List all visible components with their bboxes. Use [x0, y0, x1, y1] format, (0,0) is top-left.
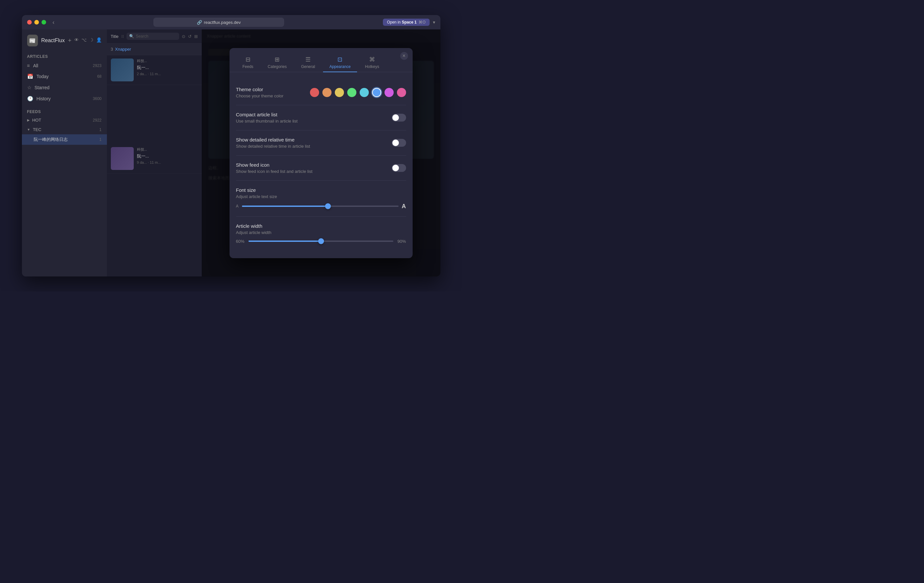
article-card-1[interactable]: 科技... 阮一... 2 da... · 11 m...: [107, 55, 202, 85]
sidebar-item-starred[interactable]: ☆ Starred: [22, 82, 107, 93]
feeds-tab-icon: ⊟: [246, 56, 251, 63]
star-icon: ☆: [27, 85, 31, 91]
articles-section-label: Articles: [22, 52, 107, 60]
feed-icon-desc: Show feed icon in feed list and article …: [236, 169, 313, 174]
expand-icon: ▶: [27, 118, 30, 122]
tab-label[interactable]: Xnapper: [115, 47, 131, 52]
sidebar-item-all[interactable]: ≡ All 2923: [22, 60, 107, 71]
feed-icon-section: Show feed icon Show feed icon in feed li…: [236, 156, 406, 181]
feed-child-ruanyifeng[interactable]: 阮一峰的网络日志 1: [22, 134, 107, 145]
color-red[interactable]: [310, 88, 319, 97]
feed-child-count: 1: [99, 137, 102, 142]
modal-close-button[interactable]: ×: [400, 52, 408, 60]
color-yellow[interactable]: [335, 88, 344, 97]
sidebar-item-history[interactable]: 🕐 History 3600: [22, 93, 107, 104]
back-button[interactable]: ‹: [53, 19, 54, 26]
font-size-thumb[interactable]: [325, 203, 331, 209]
github-icon[interactable]: ⌥: [81, 37, 87, 44]
font-size-track: [242, 206, 399, 207]
sidebar-history-count: 3600: [93, 96, 102, 101]
feed-icon-toggle[interactable]: [392, 164, 406, 172]
user-icon[interactable]: 👤: [96, 37, 102, 44]
compact-article-section: Compact article list Use small thumbnail…: [236, 105, 406, 130]
sidebar-starred-label: Starred: [35, 85, 50, 90]
article-width-title: Article width: [236, 223, 406, 229]
color-swatches: [310, 88, 406, 97]
tab-appearance[interactable]: ⊡ Appearance: [323, 53, 357, 72]
app-header-icons: + 👁 ⌥ ☽ 👤: [68, 37, 102, 44]
feed-child-label: 阮一峰的网络日志: [34, 137, 68, 142]
color-orange[interactable]: [322, 88, 332, 97]
refresh-icon[interactable]: ↺: [188, 34, 191, 39]
color-blue[interactable]: [372, 88, 381, 97]
open-in-space-button[interactable]: Open in Space 1 ⌘O: [383, 19, 429, 26]
theme-color-row: Theme color Choose your theme color: [236, 87, 406, 98]
search-icon: 🔍: [129, 34, 134, 39]
app-sidebar: 📰 ReactFlux + 👁 ⌥ ☽ 👤 Articles ≡ All 292…: [22, 30, 107, 277]
compact-article-toggle[interactable]: [392, 114, 406, 122]
detailed-time-toggle[interactable]: [392, 139, 406, 147]
tab-categories[interactable]: ⊞ Categories: [261, 53, 293, 72]
search-placeholder: Search: [136, 34, 148, 39]
sidebar-item-today[interactable]: 📅 Today 68: [22, 71, 107, 82]
tab-hotkeys[interactable]: ⌘ Hotkeys: [358, 53, 386, 72]
detailed-time-text: Show detailed relative time Show detaile…: [236, 137, 310, 149]
today-icon: 📅: [27, 74, 33, 79]
minimize-button[interactable]: [34, 20, 39, 25]
compact-article-text: Compact article list Use small thumbnail…: [236, 112, 298, 124]
article-width-desc: Adjust article width: [236, 230, 406, 235]
theme-color-section: Theme color Choose your theme color: [236, 80, 406, 105]
font-size-desc: Adjust article text size: [236, 194, 406, 199]
compact-article-desc: Use small thumbnail in article list: [236, 119, 298, 124]
sort-icon[interactable]: ⁝⁝: [121, 34, 124, 39]
settings-icon[interactable]: ⊞: [194, 34, 198, 39]
font-size-section: Font size Adjust article text size A A: [236, 181, 406, 217]
app-logo: 📰: [27, 35, 38, 46]
categories-tab-icon: ⊞: [275, 56, 280, 63]
article-width-slider-row: 60% 90%: [236, 239, 406, 244]
feed-group-tec[interactable]: ▼ TEC 1: [22, 125, 107, 134]
detailed-time-title: Show detailed relative time: [236, 137, 310, 142]
browser-window: ‹ 🔗 reactflux.pages.dev Open in Space 1 …: [22, 15, 441, 277]
modal-tabs: ⊟ Feeds ⊞ Categories ☰ General ⊡: [229, 48, 412, 72]
article-items: 科技... 阮一... 2 da... · 11 m... 科技... 阮一..…: [107, 55, 202, 173]
tab-feeds[interactable]: ⊟ Feeds: [236, 53, 260, 72]
detailed-time-desc: Show detailed relative time in article l…: [236, 144, 310, 149]
article-list-header: Title ⁝⁝ 🔍 Search ⊙ ↺ ⊞: [107, 30, 202, 43]
history-icon: 🕐: [27, 96, 33, 102]
url-bar[interactable]: 🔗 reactflux.pages.dev: [153, 18, 284, 27]
modal-body: Theme color Choose your theme color: [229, 72, 412, 258]
modal-overlay[interactable]: × ⊟ Feeds ⊞ Categories ☰ Gen: [202, 30, 441, 277]
article-card-2[interactable]: 科技... 阮一... 9 da... · 11 m...: [107, 144, 202, 173]
article-width-thumb[interactable]: [318, 238, 324, 244]
browser-titlebar: ‹ 🔗 reactflux.pages.dev Open in Space 1 …: [22, 15, 441, 30]
app-header: 📰 ReactFlux + 👁 ⌥ ☽ 👤: [22, 35, 107, 52]
general-tab-label: General: [301, 64, 315, 69]
moon-icon[interactable]: ☽: [89, 37, 94, 44]
detailed-time-section: Show detailed relative time Show detaile…: [236, 130, 406, 156]
color-pink[interactable]: [397, 88, 406, 97]
sidebar-today-count: 68: [97, 74, 101, 79]
detailed-time-row: Show detailed relative time Show detaile…: [236, 137, 406, 149]
filter-icon[interactable]: ⊙: [182, 34, 185, 39]
font-size-slider-row: A A: [236, 203, 406, 210]
feeds-tab-label: Feeds: [243, 64, 253, 69]
eye-icon[interactable]: 👁: [74, 37, 79, 44]
article-info-1: 科技... 阮一... 2 da... · 11 m...: [137, 59, 198, 81]
maximize-button[interactable]: [41, 20, 46, 25]
font-size-title: Font size: [236, 187, 406, 193]
browser-menu-button[interactable]: ▾: [433, 20, 435, 25]
feed-icon-title: Show feed icon: [236, 162, 313, 168]
color-teal[interactable]: [360, 88, 369, 97]
tab-general[interactable]: ☰ General: [295, 53, 322, 72]
article-width-fill: [249, 240, 321, 242]
color-green[interactable]: [347, 88, 356, 97]
sidebar-all-label: All: [33, 63, 38, 68]
feed-group-tec-label: TEC: [33, 127, 41, 132]
search-bar[interactable]: 🔍 Search: [127, 33, 179, 40]
feed-group-hot[interactable]: ▶ HOT 2922: [22, 115, 107, 125]
add-icon[interactable]: +: [68, 37, 72, 44]
appearance-tab-icon: ⊡: [337, 56, 342, 63]
color-purple[interactable]: [384, 88, 394, 97]
close-button[interactable]: [27, 20, 32, 25]
